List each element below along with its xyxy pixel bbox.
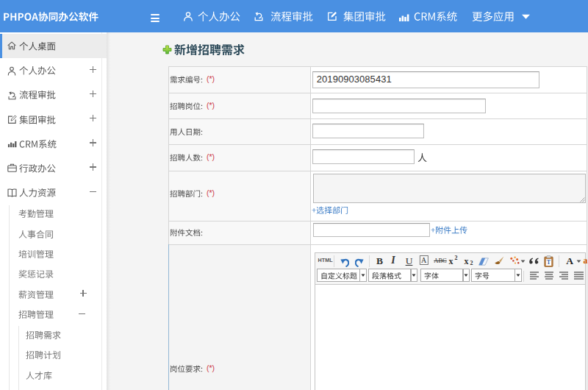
svg-text:T: T xyxy=(546,259,551,266)
